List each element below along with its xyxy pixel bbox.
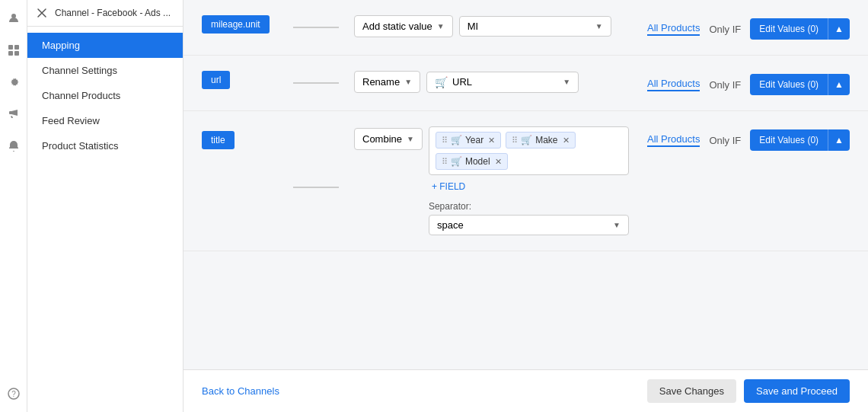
expand-btn-title[interactable]: ▲ [828, 129, 850, 151]
sidebar-header: Channel - Facebook - Ads ... [27, 0, 183, 27]
sidebar-nav: Mapping Channel Settings Channel Product… [27, 27, 183, 412]
add-field-button[interactable]: + FIELD [429, 180, 629, 193]
all-products-btn-mileage[interactable]: All Products [647, 22, 700, 36]
dropdown-arrow-combine: ▼ [407, 135, 414, 143]
sidebar-title: Channel - Facebook - Ads ... [55, 8, 171, 18]
value-field-mileage[interactable]: MI ▼ [459, 16, 611, 37]
cart-icon-make: 🛒 [521, 135, 532, 145]
tag-label-year: Year [465, 135, 483, 145]
sidebar-item-feed-review[interactable]: Feed Review [27, 108, 183, 133]
remove-tag-year[interactable]: ✕ [488, 136, 495, 145]
field-label-url: url [202, 71, 278, 89]
edit-values-group-url: Edit Values (0) ▲ [750, 74, 850, 95]
megaphone-icon[interactable] [3, 104, 24, 125]
mapping-top-row-mileage: Add static value ▼ MI ▼ [354, 15, 629, 37]
bottom-bar: Back to Channels Save Changes Save and P… [183, 369, 868, 412]
bell-icon[interactable] [3, 136, 24, 157]
connector-line-2 [293, 82, 339, 84]
cart-icon-year: 🛒 [451, 135, 462, 145]
dropdown-arrow-url: ▼ [563, 78, 570, 86]
mapping-row-url: url Rename ▼ 🛒 URL ▼ All Products [183, 56, 868, 111]
separator-value: space [437, 219, 464, 231]
back-to-channels-link[interactable]: Back to Channels [202, 385, 279, 397]
save-and-proceed-button[interactable]: Save and Proceed [744, 379, 850, 403]
cart-icon-model: 🛒 [451, 156, 462, 167]
remove-tag-make[interactable]: ✕ [563, 136, 570, 145]
sidebar: Channel - Facebook - Ads ... Mapping Cha… [27, 0, 183, 412]
main-content-area: mileage.unit Add static value ▼ MI ▼ All… [183, 0, 868, 412]
all-products-btn-title[interactable]: All Products [647, 133, 700, 147]
left-icon-strip: ? [0, 0, 27, 412]
actions-area-title: All Products Only IF Edit Values (0) ▲ [647, 129, 850, 151]
mapping-content: mileage.unit Add static value ▼ MI ▼ All… [183, 0, 868, 369]
settings-icon[interactable] [3, 72, 24, 93]
separator-row: Separator: space ▼ [429, 198, 629, 235]
value-field-url[interactable]: 🛒 URL ▼ [426, 72, 579, 93]
edit-values-btn-url[interactable]: Edit Values (0) [750, 74, 828, 95]
save-changes-button[interactable]: Save Changes [647, 379, 736, 403]
close-icon[interactable] [35, 6, 49, 20]
svg-rect-4 [14, 51, 19, 56]
dropdown-arrow-mileage: ▼ [437, 22, 445, 30]
dropdown-arrow-mi: ▼ [595, 22, 603, 30]
edit-values-group-title: Edit Values (0) ▲ [750, 129, 850, 151]
sidebar-item-mapping[interactable]: Mapping [27, 33, 183, 58]
mapping-top-row-url: Rename ▼ 🛒 URL ▼ [354, 71, 629, 93]
remove-tag-model[interactable]: ✕ [495, 157, 502, 167]
mapping-controls-mileage: Add static value ▼ MI ▼ [354, 15, 629, 37]
expand-btn-url[interactable]: ▲ [828, 74, 850, 95]
mapping-row-mileage-unit: mileage.unit Add static value ▼ MI ▼ All… [183, 0, 868, 56]
separator-label: Separator: [429, 201, 629, 212]
person-icon[interactable] [3, 8, 24, 29]
only-if-btn-url[interactable]: Only IF [709, 79, 741, 91]
drag-icon-year[interactable]: ⠿ [442, 136, 448, 145]
sidebar-item-product-statistics[interactable]: Product Statistics [27, 133, 183, 158]
grid-icon[interactable] [3, 40, 24, 61]
drag-icon-model[interactable]: ⠿ [442, 157, 448, 167]
field-badge-title: title [202, 131, 235, 149]
only-if-btn-title[interactable]: Only IF [709, 135, 741, 146]
mapping-top-row-title: Combine ▼ ⠿ 🛒 Year ✕ [354, 126, 629, 235]
all-products-btn-url[interactable]: All Products [647, 78, 700, 91]
mapping-controls-url: Rename ▼ 🛒 URL ▼ [354, 71, 629, 93]
connector-line-1 [293, 27, 339, 28]
tag-chip-make: ⠿ 🛒 Make ✕ [506, 132, 575, 149]
help-icon[interactable]: ? [3, 383, 24, 404]
mapping-type-mileage[interactable]: Add static value ▼ [354, 15, 453, 37]
field-badge-url: url [202, 71, 230, 89]
mapping-type-url[interactable]: Rename ▼ [354, 71, 420, 93]
field-label-title: title [202, 126, 278, 149]
mapping-row-title: title Combine ▼ ⠿ 🛒 Y [183, 111, 868, 251]
edit-values-group-mileage: Edit Values (0) ▲ [750, 18, 850, 40]
field-label-mileage-unit: mileage.unit [202, 15, 278, 34]
separator-dropdown-arrow: ▼ [613, 221, 621, 229]
bottom-actions: Save Changes Save and Proceed [647, 379, 850, 403]
mapping-controls-title: Combine ▼ ⠿ 🛒 Year ✕ [354, 126, 629, 235]
sidebar-item-channel-products[interactable]: Channel Products [27, 83, 183, 108]
tag-chip-year: ⠿ 🛒 Year ✕ [436, 132, 501, 149]
connector-line-3 [293, 187, 339, 188]
svg-rect-3 [8, 51, 13, 56]
sidebar-item-channel-settings[interactable]: Channel Settings [27, 58, 183, 83]
drag-icon-make[interactable]: ⠿ [512, 136, 518, 145]
field-badge-mileage-unit: mileage.unit [202, 15, 270, 34]
svg-rect-2 [14, 45, 19, 50]
tag-label-make: Make [535, 135, 557, 145]
tag-label-model: Model [465, 156, 490, 167]
svg-rect-1 [8, 45, 13, 50]
cart-icon-url: 🛒 [435, 76, 448, 88]
separator-select[interactable]: space ▼ [429, 215, 629, 235]
edit-values-btn-mileage[interactable]: Edit Values (0) [750, 18, 828, 40]
expand-btn-mileage[interactable]: ▲ [828, 18, 850, 40]
tag-chip-model: ⠿ 🛒 Model ✕ [436, 153, 508, 170]
mapping-type-title[interactable]: Combine ▼ [354, 128, 423, 150]
actions-area-mileage: All Products Only IF Edit Values (0) ▲ [647, 18, 850, 40]
tags-area-title: ⠿ 🛒 Year ✕ ⠿ 🛒 Make ✕ [429, 126, 629, 175]
svg-text:?: ? [11, 390, 16, 398]
edit-values-btn-title[interactable]: Edit Values (0) [750, 129, 828, 151]
only-if-btn-mileage[interactable]: Only IF [709, 24, 741, 35]
actions-area-url: All Products Only IF Edit Values (0) ▲ [647, 74, 850, 95]
dropdown-arrow-rename: ▼ [404, 78, 412, 86]
